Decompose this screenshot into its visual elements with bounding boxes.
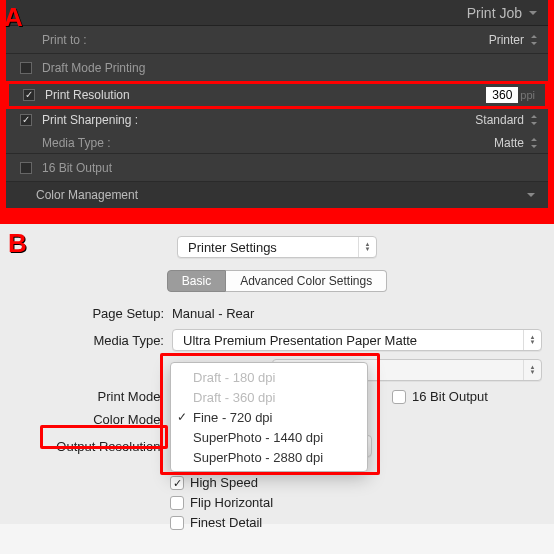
media-type-row[interactable]: Media Type : Matte <box>6 132 548 154</box>
flip-horizontal-checkbox[interactable]: Flip Horizontal <box>170 495 273 510</box>
print-resolution-checkbox[interactable] <box>23 89 35 101</box>
resolution-option[interactable]: SuperPhoto - 2880 dpi <box>171 447 367 467</box>
panel-title: Print Job <box>467 5 522 21</box>
color-management-header[interactable]: Color Management <box>6 182 548 208</box>
tab-advanced[interactable]: Advanced Color Settings <box>226 270 387 292</box>
updown-icon: ▲▼ <box>523 360 541 380</box>
updown-icon <box>530 137 538 149</box>
color-mode-label: Color Mode: <box>12 412 172 427</box>
print-resolution-label: Print Resolution <box>45 88 486 102</box>
sixteen-bit-checkbox[interactable] <box>20 162 32 174</box>
media-type-row-b: Media Type: Ultra Premium Presentation P… <box>12 329 542 351</box>
output-resolution-label: Output Resolution: <box>12 439 172 454</box>
printer-settings-panel: B Printer Settings ▲▼ Basic Advanced Col… <box>0 224 554 524</box>
panel-header[interactable]: Print Job <box>6 0 548 26</box>
draft-mode-checkbox[interactable] <box>20 62 32 74</box>
media-type-label: Media Type : <box>42 136 494 150</box>
updown-icon: ▲▼ <box>523 330 541 350</box>
high-speed-checkbox[interactable]: High Speed <box>170 475 273 490</box>
sixteen-bit-label: 16 Bit Output <box>42 161 538 175</box>
resolution-option[interactable]: SuperPhoto - 1440 dpi <box>171 427 367 447</box>
updown-icon <box>530 114 538 126</box>
resolution-dropdown[interactable]: Draft - 180 dpiDraft - 360 dpiFine - 720… <box>170 362 368 472</box>
draft-mode-row[interactable]: Draft Mode Printing <box>6 54 548 82</box>
updown-icon: ▲▼ <box>358 237 376 257</box>
print-resolution-row[interactable]: Print Resolution 360 ppi <box>6 81 548 109</box>
finest-detail-checkbox[interactable]: Finest Detail <box>170 515 273 530</box>
sixteen-bit-checkbox-b[interactable]: 16 Bit Output <box>392 389 488 404</box>
tab-bar: Basic Advanced Color Settings <box>12 270 542 292</box>
page-setup-label: Page Setup: <box>12 306 172 321</box>
media-type-popup[interactable]: Ultra Premium Presentation Paper Matte ▲… <box>172 329 542 351</box>
sharpening-label: Print Sharpening : <box>42 113 475 127</box>
section-selector-label: Printer Settings <box>188 240 277 255</box>
callout-b: B <box>8 228 27 259</box>
color-management-label: Color Management <box>36 188 138 202</box>
page-setup-row: Page Setup: Manual - Rear <box>12 306 542 321</box>
ppi-suffix: ppi <box>520 89 535 101</box>
chevron-down-icon <box>526 190 536 200</box>
section-selector[interactable]: Printer Settings ▲▼ <box>177 236 377 258</box>
resolution-option[interactable]: Fine - 720 dpi <box>171 407 367 427</box>
media-type-value[interactable]: Matte <box>494 136 524 150</box>
print-to-row: Print to : Printer <box>6 26 548 54</box>
sharpening-checkbox[interactable] <box>20 114 32 126</box>
media-type-value-b: Ultra Premium Presentation Paper Matte <box>183 333 417 348</box>
callout-a: A <box>4 2 23 33</box>
resolution-option: Draft - 360 dpi <box>171 387 367 407</box>
sixteen-bit-row[interactable]: 16 Bit Output <box>6 154 548 182</box>
extra-options: High Speed Flip Horizontal Finest Detail <box>170 475 273 535</box>
chevron-down-icon <box>528 8 538 18</box>
print-mode-label: Print Mode: <box>12 389 172 404</box>
print-to-value[interactable]: Printer <box>489 33 524 47</box>
page-setup-value: Manual - Rear <box>172 306 254 321</box>
updown-icon <box>530 34 538 46</box>
sharpening-value[interactable]: Standard <box>475 113 524 127</box>
print-job-panel: Print Job Print to : Printer Draft Mode … <box>6 0 548 208</box>
sharpening-row[interactable]: Print Sharpening : Standard <box>6 108 548 132</box>
tab-basic[interactable]: Basic <box>167 270 226 292</box>
media-type-label-b: Media Type: <box>12 333 172 348</box>
draft-mode-label: Draft Mode Printing <box>42 61 538 75</box>
print-resolution-input[interactable]: 360 <box>486 87 518 103</box>
print-to-label: Print to : <box>42 33 489 47</box>
resolution-option: Draft - 180 dpi <box>171 367 367 387</box>
